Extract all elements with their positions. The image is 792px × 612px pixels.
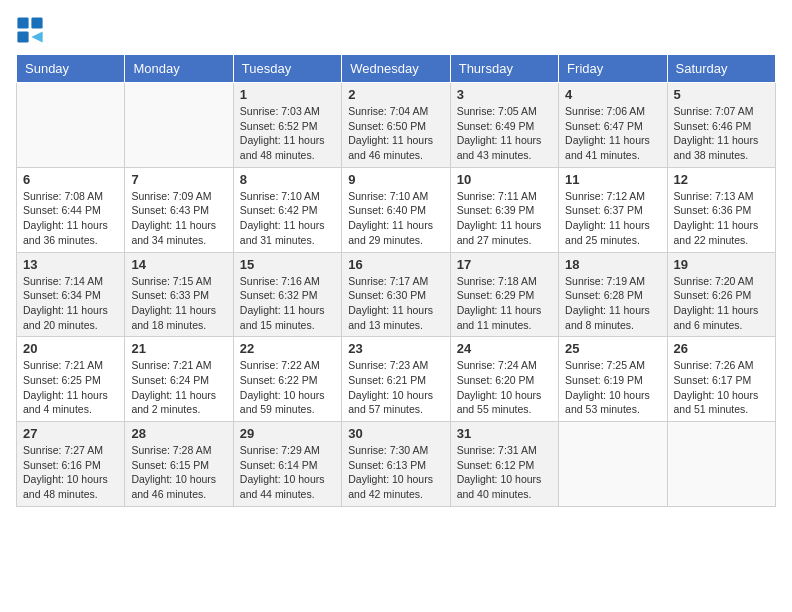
svg-marker-3 — [31, 31, 42, 42]
day-number: 4 — [565, 87, 660, 102]
day-info: Sunrise: 7:12 AM Sunset: 6:37 PM Dayligh… — [565, 189, 660, 248]
day-info: Sunrise: 7:07 AM Sunset: 6:46 PM Dayligh… — [674, 104, 769, 163]
day-info: Sunrise: 7:21 AM Sunset: 6:24 PM Dayligh… — [131, 358, 226, 417]
day-number: 18 — [565, 257, 660, 272]
calendar-cell: 10Sunrise: 7:11 AM Sunset: 6:39 PM Dayli… — [450, 167, 558, 252]
day-info: Sunrise: 7:27 AM Sunset: 6:16 PM Dayligh… — [23, 443, 118, 502]
day-number: 1 — [240, 87, 335, 102]
calendar-cell: 7Sunrise: 7:09 AM Sunset: 6:43 PM Daylig… — [125, 167, 233, 252]
day-info: Sunrise: 7:25 AM Sunset: 6:19 PM Dayligh… — [565, 358, 660, 417]
calendar-cell — [667, 422, 775, 507]
calendar-cell: 30Sunrise: 7:30 AM Sunset: 6:13 PM Dayli… — [342, 422, 450, 507]
calendar-cell: 3Sunrise: 7:05 AM Sunset: 6:49 PM Daylig… — [450, 83, 558, 168]
day-number: 20 — [23, 341, 118, 356]
day-number: 21 — [131, 341, 226, 356]
day-info: Sunrise: 7:23 AM Sunset: 6:21 PM Dayligh… — [348, 358, 443, 417]
days-of-week-row: SundayMondayTuesdayWednesdayThursdayFrid… — [17, 55, 776, 83]
day-number: 15 — [240, 257, 335, 272]
day-info: Sunrise: 7:13 AM Sunset: 6:36 PM Dayligh… — [674, 189, 769, 248]
calendar-cell: 28Sunrise: 7:28 AM Sunset: 6:15 PM Dayli… — [125, 422, 233, 507]
day-info: Sunrise: 7:14 AM Sunset: 6:34 PM Dayligh… — [23, 274, 118, 333]
calendar-cell: 8Sunrise: 7:10 AM Sunset: 6:42 PM Daylig… — [233, 167, 341, 252]
calendar-week-row: 20Sunrise: 7:21 AM Sunset: 6:25 PM Dayli… — [17, 337, 776, 422]
day-number: 13 — [23, 257, 118, 272]
day-of-week-header: Monday — [125, 55, 233, 83]
calendar-cell: 15Sunrise: 7:16 AM Sunset: 6:32 PM Dayli… — [233, 252, 341, 337]
day-info: Sunrise: 7:30 AM Sunset: 6:13 PM Dayligh… — [348, 443, 443, 502]
day-info: Sunrise: 7:28 AM Sunset: 6:15 PM Dayligh… — [131, 443, 226, 502]
day-number: 17 — [457, 257, 552, 272]
calendar-cell: 13Sunrise: 7:14 AM Sunset: 6:34 PM Dayli… — [17, 252, 125, 337]
calendar-cell — [17, 83, 125, 168]
calendar-cell: 5Sunrise: 7:07 AM Sunset: 6:46 PM Daylig… — [667, 83, 775, 168]
day-info: Sunrise: 7:08 AM Sunset: 6:44 PM Dayligh… — [23, 189, 118, 248]
day-number: 19 — [674, 257, 769, 272]
day-number: 12 — [674, 172, 769, 187]
day-of-week-header: Friday — [559, 55, 667, 83]
calendar-cell: 14Sunrise: 7:15 AM Sunset: 6:33 PM Dayli… — [125, 252, 233, 337]
calendar-cell — [125, 83, 233, 168]
calendar-week-row: 1Sunrise: 7:03 AM Sunset: 6:52 PM Daylig… — [17, 83, 776, 168]
day-number: 22 — [240, 341, 335, 356]
day-number: 27 — [23, 426, 118, 441]
day-number: 25 — [565, 341, 660, 356]
day-number: 16 — [348, 257, 443, 272]
day-number: 6 — [23, 172, 118, 187]
day-number: 2 — [348, 87, 443, 102]
day-info: Sunrise: 7:16 AM Sunset: 6:32 PM Dayligh… — [240, 274, 335, 333]
day-number: 11 — [565, 172, 660, 187]
calendar-week-row: 6Sunrise: 7:08 AM Sunset: 6:44 PM Daylig… — [17, 167, 776, 252]
day-info: Sunrise: 7:29 AM Sunset: 6:14 PM Dayligh… — [240, 443, 335, 502]
calendar-cell: 27Sunrise: 7:27 AM Sunset: 6:16 PM Dayli… — [17, 422, 125, 507]
calendar-cell: 11Sunrise: 7:12 AM Sunset: 6:37 PM Dayli… — [559, 167, 667, 252]
day-number: 8 — [240, 172, 335, 187]
day-info: Sunrise: 7:24 AM Sunset: 6:20 PM Dayligh… — [457, 358, 552, 417]
day-number: 28 — [131, 426, 226, 441]
calendar-cell: 23Sunrise: 7:23 AM Sunset: 6:21 PM Dayli… — [342, 337, 450, 422]
calendar-cell: 2Sunrise: 7:04 AM Sunset: 6:50 PM Daylig… — [342, 83, 450, 168]
day-of-week-header: Saturday — [667, 55, 775, 83]
calendar-cell: 9Sunrise: 7:10 AM Sunset: 6:40 PM Daylig… — [342, 167, 450, 252]
day-info: Sunrise: 7:18 AM Sunset: 6:29 PM Dayligh… — [457, 274, 552, 333]
day-info: Sunrise: 7:03 AM Sunset: 6:52 PM Dayligh… — [240, 104, 335, 163]
logo-icon — [16, 16, 44, 44]
day-number: 30 — [348, 426, 443, 441]
day-info: Sunrise: 7:05 AM Sunset: 6:49 PM Dayligh… — [457, 104, 552, 163]
calendar-cell: 12Sunrise: 7:13 AM Sunset: 6:36 PM Dayli… — [667, 167, 775, 252]
day-number: 14 — [131, 257, 226, 272]
svg-rect-1 — [31, 17, 42, 28]
calendar-cell: 22Sunrise: 7:22 AM Sunset: 6:22 PM Dayli… — [233, 337, 341, 422]
calendar-cell: 17Sunrise: 7:18 AM Sunset: 6:29 PM Dayli… — [450, 252, 558, 337]
calendar-cell: 18Sunrise: 7:19 AM Sunset: 6:28 PM Dayli… — [559, 252, 667, 337]
day-info: Sunrise: 7:10 AM Sunset: 6:42 PM Dayligh… — [240, 189, 335, 248]
calendar-cell: 4Sunrise: 7:06 AM Sunset: 6:47 PM Daylig… — [559, 83, 667, 168]
calendar-cell: 1Sunrise: 7:03 AM Sunset: 6:52 PM Daylig… — [233, 83, 341, 168]
day-of-week-header: Wednesday — [342, 55, 450, 83]
day-number: 31 — [457, 426, 552, 441]
day-info: Sunrise: 7:10 AM Sunset: 6:40 PM Dayligh… — [348, 189, 443, 248]
day-info: Sunrise: 7:26 AM Sunset: 6:17 PM Dayligh… — [674, 358, 769, 417]
calendar-cell: 21Sunrise: 7:21 AM Sunset: 6:24 PM Dayli… — [125, 337, 233, 422]
calendar-week-row: 27Sunrise: 7:27 AM Sunset: 6:16 PM Dayli… — [17, 422, 776, 507]
day-info: Sunrise: 7:11 AM Sunset: 6:39 PM Dayligh… — [457, 189, 552, 248]
calendar-cell: 16Sunrise: 7:17 AM Sunset: 6:30 PM Dayli… — [342, 252, 450, 337]
calendar-cell: 29Sunrise: 7:29 AM Sunset: 6:14 PM Dayli… — [233, 422, 341, 507]
day-number: 23 — [348, 341, 443, 356]
page-header — [16, 16, 776, 44]
calendar-cell: 26Sunrise: 7:26 AM Sunset: 6:17 PM Dayli… — [667, 337, 775, 422]
svg-rect-0 — [17, 17, 28, 28]
calendar-table: SundayMondayTuesdayWednesdayThursdayFrid… — [16, 54, 776, 507]
day-number: 29 — [240, 426, 335, 441]
day-of-week-header: Thursday — [450, 55, 558, 83]
svg-rect-2 — [17, 31, 28, 42]
calendar-cell: 20Sunrise: 7:21 AM Sunset: 6:25 PM Dayli… — [17, 337, 125, 422]
calendar-cell: 24Sunrise: 7:24 AM Sunset: 6:20 PM Dayli… — [450, 337, 558, 422]
day-number: 9 — [348, 172, 443, 187]
calendar-cell: 25Sunrise: 7:25 AM Sunset: 6:19 PM Dayli… — [559, 337, 667, 422]
day-info: Sunrise: 7:31 AM Sunset: 6:12 PM Dayligh… — [457, 443, 552, 502]
day-info: Sunrise: 7:04 AM Sunset: 6:50 PM Dayligh… — [348, 104, 443, 163]
day-info: Sunrise: 7:21 AM Sunset: 6:25 PM Dayligh… — [23, 358, 118, 417]
calendar-cell — [559, 422, 667, 507]
calendar-cell: 31Sunrise: 7:31 AM Sunset: 6:12 PM Dayli… — [450, 422, 558, 507]
day-number: 26 — [674, 341, 769, 356]
